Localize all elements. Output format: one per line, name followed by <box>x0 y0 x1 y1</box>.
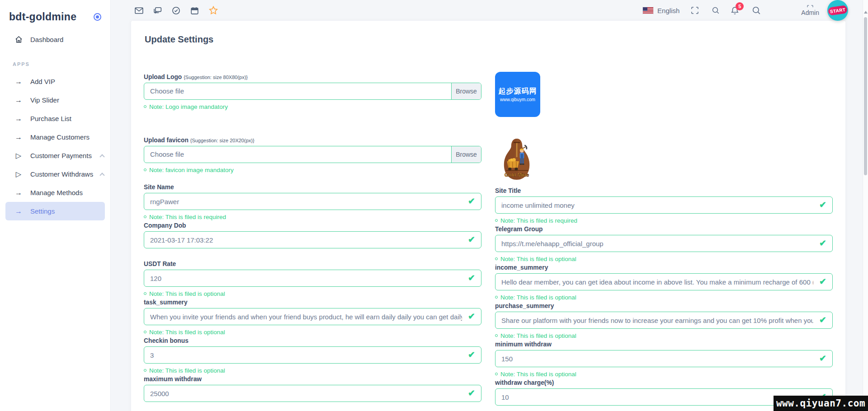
checkin-bonus-input[interactable] <box>144 346 481 364</box>
field-note: Note: This is filed is optional <box>495 332 833 339</box>
file-input-text: Choose file <box>144 146 451 163</box>
site-name-input[interactable] <box>144 193 481 210</box>
field-note: Note: Logo image mandatory <box>144 103 481 110</box>
topbar: English 5 Admin <box>111 0 868 21</box>
sidebar-item-purchase-list[interactable]: → Purchase List <box>0 109 110 128</box>
sidebar-item-label: Manage Customers <box>30 133 90 141</box>
field-label: purchase_summery <box>495 303 833 309</box>
usdt-rate-input[interactable] <box>144 270 481 287</box>
admin-menu[interactable]: Admin <box>801 5 819 16</box>
page-title: Update Settings <box>145 34 833 45</box>
maximum-withdraw-input[interactable] <box>144 385 481 402</box>
sidebar-item-manage-customers[interactable]: → Manage Customers <box>0 128 110 146</box>
browse-button[interactable]: Browse <box>451 83 481 99</box>
field-note: Note: This is filed is optional <box>144 328 481 336</box>
main-area: English 5 Admin <box>111 0 868 411</box>
sidebar-item-manage-methods[interactable]: → Manage Methods <box>0 183 110 202</box>
star-icon[interactable] <box>208 5 218 15</box>
field-label: income_summery <box>495 264 833 271</box>
fullscreen-icon[interactable] <box>690 6 699 15</box>
expand-corners-icon <box>807 5 813 9</box>
checkin-bonus-field: Checkin bonus ✔ Note: This is filed is o… <box>144 337 481 374</box>
sidebar-item-add-vip[interactable]: → Add VIP <box>0 72 110 91</box>
note-dot-icon <box>495 257 498 260</box>
note-dot-icon <box>144 369 146 372</box>
field-label: maximum withdraw <box>144 376 481 383</box>
language-selector[interactable]: English <box>657 7 679 14</box>
note-dot-icon <box>144 215 146 218</box>
favicon-file-input[interactable]: Choose file Browse <box>144 146 481 163</box>
field-label: Telegram Group <box>495 226 833 233</box>
mail-icon[interactable] <box>134 6 144 15</box>
sidebar-item-customer-payments[interactable]: ▷ Customer Payments <box>0 146 110 165</box>
sidebar-item-vip-slider[interactable]: → Vip Slider <box>0 91 110 109</box>
arrow-right-icon: → <box>14 189 23 197</box>
valid-check-icon: ✔ <box>819 238 826 248</box>
field-note: Note: This is filed is optional <box>144 367 481 374</box>
calendar-icon[interactable] <box>190 6 199 15</box>
favicon-caption: Gold Mine <box>505 172 529 177</box>
field-note: Note: This is filed is optional <box>495 255 833 262</box>
telegram-group-input[interactable] <box>495 235 833 252</box>
minimum-withdraw-input[interactable] <box>495 350 833 367</box>
sidebar-item-label: Settings <box>30 207 55 215</box>
field-label: task_summery <box>144 299 481 306</box>
chevron-up-icon <box>99 173 104 177</box>
field-label: Company Dob <box>144 222 481 229</box>
field-label: Site Title <box>495 187 833 194</box>
search-icon[interactable] <box>711 6 720 15</box>
chat-icon[interactable] <box>153 6 162 15</box>
field-label: Site Name <box>144 184 481 191</box>
field-label: Upload Logo {Suggestion: size 80X80(px)} <box>144 74 481 80</box>
file-input-text: Choose file <box>144 83 451 99</box>
field-label: minimum withdraw <box>495 341 833 348</box>
valid-check-icon: ✔ <box>468 273 475 283</box>
topbar-right: English 5 Admin <box>643 0 848 21</box>
logo-file-input[interactable]: Choose file Browse <box>144 83 481 100</box>
minimum-withdraw-field: minimum withdraw ✔ Note: This is filed i… <box>495 341 833 378</box>
search-icon[interactable] <box>751 5 761 15</box>
notifications-bell-icon[interactable]: 5 <box>730 6 740 15</box>
site-name-field: Site Name ✔ Note: This is filed is requi… <box>144 184 481 220</box>
site-title-field: Site Title ✔ Note: This is filed is requ… <box>495 187 833 224</box>
sidebar: bdt-goldmine Dashboard APPS → Add VIP → … <box>0 0 111 411</box>
field-note: Note: This is filed is required <box>495 217 833 224</box>
site-title-input[interactable] <box>495 196 833 214</box>
valid-check-icon: ✔ <box>819 276 826 287</box>
note-dot-icon <box>144 331 146 333</box>
us-flag-icon[interactable] <box>643 7 653 14</box>
valid-check-icon: ✔ <box>468 350 475 360</box>
sidebar-item-dashboard[interactable]: Dashboard <box>0 30 110 49</box>
favicon-preview-image: Gold Mine <box>502 138 531 181</box>
usdt-rate-field: USDT Rate ✔ Note: This is filed is optio… <box>144 261 481 297</box>
field-label: Upload favicon {Suggestion: size 20X20(p… <box>144 137 481 144</box>
sidebar-item-settings[interactable]: → Settings <box>5 202 105 220</box>
arrow-right-icon: → <box>14 115 23 123</box>
field-label: withdraw charge(%) <box>495 379 833 386</box>
avatar-start-logo: START <box>828 5 848 16</box>
scrollbar-thumb[interactable] <box>864 17 867 175</box>
check-circle-icon[interactable] <box>171 6 181 15</box>
browse-button[interactable]: Browse <box>451 146 481 163</box>
maximum-withdraw-field: maximum withdraw ✔ <box>144 376 481 402</box>
sidebar-pin-toggle-icon[interactable] <box>94 13 101 21</box>
scrollbar-up-arrow-icon[interactable] <box>864 11 868 14</box>
valid-check-icon: ✔ <box>819 200 826 210</box>
note-dot-icon <box>144 105 146 108</box>
notification-badge: 5 <box>736 2 744 10</box>
income-summery-input[interactable] <box>495 273 833 290</box>
company-dob-input[interactable] <box>144 231 481 248</box>
upload-favicon-field: Upload favicon {Suggestion: size 20X20(p… <box>144 137 481 173</box>
topbar-shortcuts <box>134 5 218 15</box>
form-column-left: Upload Logo {Suggestion: size 80X80(px)}… <box>144 74 481 407</box>
note-dot-icon <box>144 292 146 295</box>
app-root: bdt-goldmine Dashboard APPS → Add VIP → … <box>0 0 868 411</box>
scrollbar[interactable] <box>863 0 868 411</box>
upload-logo-field: Upload Logo {Suggestion: size 80X80(px)}… <box>144 74 481 110</box>
valid-check-icon: ✔ <box>468 311 475 322</box>
purchase-summery-input[interactable] <box>495 312 833 329</box>
task-summery-input[interactable] <box>144 308 481 325</box>
sidebar-item-customer-withdraws[interactable]: ▷ Customer Withdraws <box>0 165 110 183</box>
pin-dot <box>96 15 99 19</box>
avatar[interactable]: START <box>827 0 848 21</box>
